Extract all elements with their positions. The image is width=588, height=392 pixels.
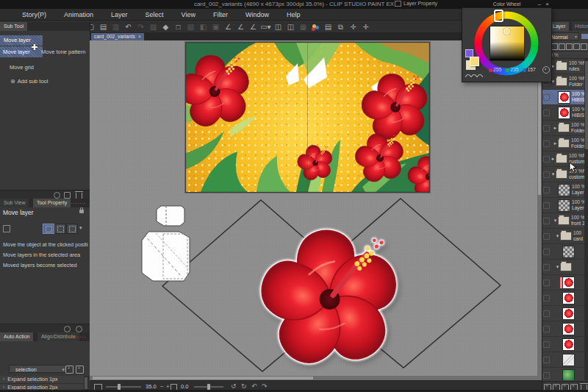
layer-state-box[interactable]	[543, 326, 550, 332]
undo-view-icon[interactable]: ↶	[251, 382, 257, 390]
layer-row[interactable]: 100 card	[542, 229, 584, 244]
zoom-in-button[interactable]: +	[166, 383, 170, 390]
open-file-icon[interactable]: ▤	[97, 22, 110, 32]
expander-icon[interactable]: ›	[3, 385, 4, 390]
layer-state-box[interactable]	[543, 202, 550, 209]
move-mode-button-1[interactable]	[43, 224, 54, 234]
color-picker-marker[interactable]	[503, 28, 510, 35]
chevron-down-icon[interactable]: ▾	[79, 225, 82, 231]
layer-state-box[interactable]	[543, 310, 550, 317]
move-horizontal-icon[interactable]: ✛	[359, 22, 372, 32]
layer-list-scrollbar[interactable]	[584, 59, 588, 380]
material-upload-icon[interactable]: ◫	[284, 22, 297, 32]
auto-action-preset-dropdown[interactable]: selection▾	[9, 365, 68, 373]
ruler-icon[interactable]	[581, 43, 587, 50]
layer-row[interactable]	[542, 321, 584, 337]
eraser-icon[interactable]: ◆	[159, 22, 172, 32]
menu-item[interactable]: View	[173, 9, 204, 21]
menu-item[interactable]: Layer	[102, 9, 137, 21]
layer-row[interactable]: 100 %N HIBISCUS	[542, 105, 584, 121]
selection-border-icon[interactable]: ▣	[209, 22, 222, 32]
rotation-slider[interactable]	[194, 386, 223, 388]
canvas-artwork[interactable]	[185, 42, 430, 193]
gear-icon[interactable]	[542, 66, 550, 74]
tab-history[interactable]: History	[572, 22, 588, 31]
auto-action-row[interactable]: ›Expand selection 1px	[0, 376, 84, 384]
layer-state-box[interactable]	[543, 156, 550, 163]
select-area-icon[interactable]: □	[172, 22, 184, 32]
move-mode-button-3[interactable]	[66, 224, 78, 234]
add-sub-tool-button[interactable]: ⊕Add sub tool	[10, 78, 48, 85]
lock-transparency-icon[interactable]	[559, 43, 565, 50]
close-icon[interactable]: ×	[545, 1, 549, 7]
subtool-item-move-grid[interactable]: Move grid	[7, 62, 37, 73]
layer-row[interactable]: 100 % Folder	[542, 136, 584, 152]
layer-expander-icon[interactable]	[555, 233, 560, 239]
deselect-icon[interactable]: ▧	[184, 22, 197, 32]
subtool-item-move-tone-pattern[interactable]: Move tone pattern	[38, 46, 88, 57]
snap-grid-icon[interactable]: ∠	[247, 22, 259, 32]
template-shape-small[interactable]	[157, 206, 184, 226]
tab-sub-view[interactable]: Sub View	[0, 199, 29, 207]
rotate-right-icon[interactable]: ↻	[241, 382, 247, 390]
layer-row[interactable]	[542, 306, 584, 321]
tab-tool-property[interactable]: Tool Property	[33, 199, 71, 207]
layer-property-floating-tab[interactable]: Layer Property	[395, 1, 437, 7]
close-icon[interactable]: ×	[138, 34, 141, 39]
search-icon[interactable]	[76, 326, 82, 332]
layer-row[interactable]	[542, 291, 584, 306]
layer-expander-icon[interactable]	[551, 171, 556, 177]
layer-state-box[interactable]	[543, 110, 550, 116]
add-set-icon[interactable]	[76, 366, 84, 374]
layer-expander-icon[interactable]	[553, 218, 558, 224]
lock-icon[interactable]	[79, 210, 84, 213]
layer-row[interactable]	[542, 337, 584, 352]
hue-marker[interactable]	[494, 10, 503, 22]
undo-icon[interactable]: ↶	[122, 22, 135, 32]
layer-expander-icon[interactable]	[553, 140, 558, 146]
zoom-slider[interactable]	[106, 386, 141, 388]
lock-layer-icon[interactable]	[551, 43, 558, 50]
blend-mode-dropdown[interactable]: Normal▾	[548, 32, 579, 40]
material-download-icon[interactable]: ◫	[272, 22, 284, 32]
move-vertical-icon[interactable]: ✛	[347, 22, 359, 32]
menu-item[interactable]: Select	[137, 9, 173, 21]
main-color-chip[interactable]	[470, 57, 479, 66]
document-info-icon[interactable]: ▤	[322, 22, 334, 32]
layer-state-box[interactable]	[543, 295, 550, 302]
clear-icon[interactable]: ▨	[147, 22, 159, 32]
layer-row[interactable]	[542, 368, 584, 380]
layer-state-box[interactable]	[543, 233, 550, 240]
tab-sub-tool[interactable]: Sub Tool	[0, 22, 27, 31]
minimize-icon[interactable]: –	[538, 1, 541, 7]
layer-expander-icon[interactable]	[553, 125, 558, 131]
redo-icon[interactable]: ↷	[135, 22, 147, 32]
redo-view-icon[interactable]: ↷	[262, 382, 268, 390]
layer-row[interactable]: 100 %Nor custom	[542, 167, 584, 182]
layer-state-box[interactable]	[543, 249, 550, 255]
layer-row[interactable]	[542, 275, 584, 291]
layer-state-box[interactable]	[543, 279, 550, 286]
layer-state-box[interactable]	[543, 264, 550, 271]
document-tab[interactable]: card_002_variants×	[91, 33, 144, 40]
tab-auto-action[interactable]: Auto Action	[0, 332, 33, 341]
layer-state-box[interactable]	[543, 140, 550, 147]
layer-row[interactable]: 100 %N Layer 1	[542, 182, 584, 198]
layer-row[interactable]: 100 %Nor custom 2	[542, 152, 584, 167]
layer-state-box[interactable]	[543, 125, 550, 132]
workspace-icon[interactable]: ▭▾	[259, 22, 272, 32]
save-icon[interactable]: ▥	[110, 22, 122, 32]
color-mix-icon[interactable]	[309, 22, 322, 32]
history-icon[interactable]	[54, 192, 60, 199]
layer-state-box[interactable]	[543, 187, 550, 193]
canvas-workspace[interactable]	[90, 40, 537, 376]
layer-state-box[interactable]	[543, 218, 550, 224]
duplicate-icon[interactable]: ⧉	[334, 22, 347, 32]
invert-selection-icon[interactable]: ◧	[197, 22, 209, 32]
move-mode-button-2[interactable]	[54, 224, 66, 234]
layer-row[interactable]	[542, 260, 584, 275]
copy-icon[interactable]	[64, 192, 71, 199]
layer-row[interactable]	[542, 352, 584, 368]
duplicate-set-icon[interactable]	[65, 366, 74, 374]
menu-item[interactable]: Animation	[55, 9, 102, 21]
